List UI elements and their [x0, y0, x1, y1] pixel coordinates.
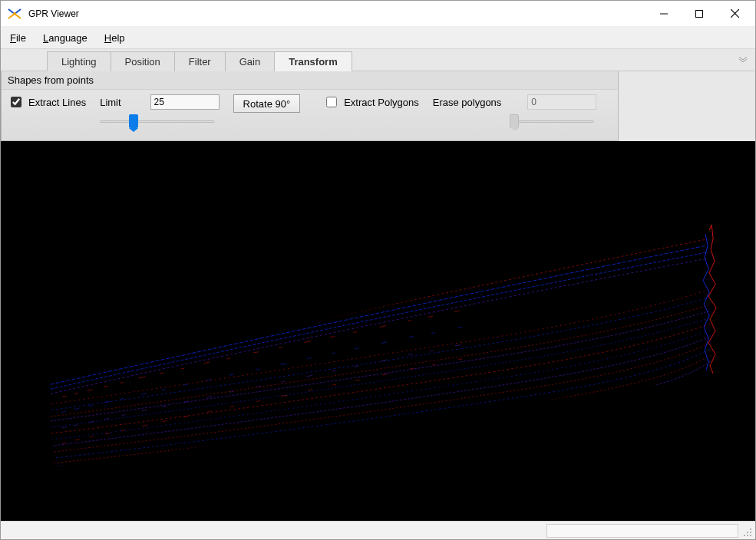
tab-lighting[interactable]: Lighting	[47, 51, 111, 71]
extract-lines-checkbox[interactable]: Extract Lines	[8, 94, 86, 110]
svg-point-9	[750, 532, 751, 533]
menubar: File Language Help	[1, 27, 755, 48]
menu-help[interactable]: Help	[101, 31, 128, 45]
window-close-button[interactable]	[717, 2, 752, 25]
svg-point-0	[13, 12, 16, 15]
menu-file[interactable]: File	[7, 31, 29, 45]
extract-lines-label: Extract Lines	[28, 97, 86, 108]
window-minimize-button[interactable]	[646, 2, 682, 25]
tab-gain[interactable]: Gain	[226, 51, 275, 71]
panel-collapse-icon[interactable]	[737, 54, 749, 66]
limit-input[interactable]	[150, 94, 220, 110]
extract-polygons-input[interactable]	[326, 97, 337, 107]
svg-point-8	[747, 532, 748, 533]
tab-transform[interactable]: Transform	[275, 51, 352, 71]
svg-point-7	[750, 528, 751, 530]
transform-panel: Shapes from points Extract Lines Limit R…	[1, 71, 619, 141]
statusbar	[1, 521, 755, 539]
erase-polygons-slider[interactable]	[510, 113, 594, 130]
svg-point-11	[747, 535, 748, 536]
panel-header: Shapes from points	[2, 71, 618, 90]
extract-polygons-checkbox[interactable]: Extract Polygons	[323, 94, 419, 110]
svg-rect-5	[1, 141, 755, 521]
tab-filter[interactable]: Filter	[175, 51, 226, 71]
tab-position[interactable]: Position	[111, 51, 175, 71]
svg-point-12	[750, 535, 751, 536]
svg-point-10	[744, 535, 745, 536]
erase-polygons-input	[527, 94, 596, 110]
window-title: GPR Viewer	[28, 8, 79, 19]
erase-polygons-label: Erase polygons	[433, 97, 502, 108]
tab-bar: Lighting Position Filter Gain Transform	[1, 48, 755, 71]
titlebar: GPR Viewer	[1, 1, 755, 27]
extract-lines-input[interactable]	[11, 97, 21, 107]
app-icon	[7, 6, 22, 21]
resize-grip-icon[interactable]	[740, 525, 752, 537]
rotate-90-button[interactable]: Rotate 90°	[233, 94, 301, 113]
window-maximize-button[interactable]	[682, 2, 717, 25]
status-slot	[546, 524, 738, 538]
extract-polygons-label: Extract Polygons	[344, 97, 419, 108]
svg-rect-2	[696, 10, 703, 17]
limit-slider[interactable]	[100, 113, 215, 130]
limit-label: Limit	[100, 97, 120, 108]
gpr-viewport[interactable]	[1, 141, 755, 521]
menu-language[interactable]: Language	[40, 31, 91, 45]
